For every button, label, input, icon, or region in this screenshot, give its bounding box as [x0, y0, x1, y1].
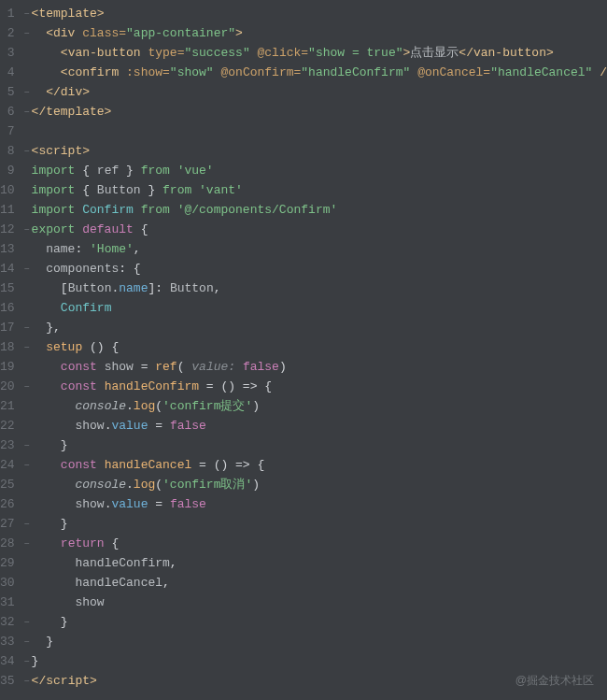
fold-marker[interactable]: − — [22, 455, 32, 475]
fold-marker[interactable]: − — [22, 259, 32, 279]
code-token — [32, 65, 61, 79]
code-token: const — [61, 360, 105, 374]
fold-marker[interactable]: − — [22, 82, 32, 102]
code-token: } — [141, 183, 162, 197]
code-token: 'vant' — [199, 183, 243, 197]
code-token — [32, 556, 76, 570]
line-number: 6 — [0, 102, 15, 121]
code-token: . — [126, 399, 134, 413]
code-token — [32, 399, 76, 413]
code-line[interactable]: <template> — [32, 4, 607, 23]
code-token: ) — [279, 360, 287, 374]
fold-marker — [22, 357, 32, 377]
fold-marker[interactable]: − — [22, 632, 32, 651]
fold-marker[interactable]: − — [22, 4, 32, 23]
line-number: 22 — [0, 416, 15, 436]
fold-marker[interactable]: − — [22, 514, 32, 534]
code-token: <script> — [32, 144, 90, 158]
code-line[interactable]: } — [32, 632, 607, 651]
code-token: ) — [252, 399, 260, 413]
code-line[interactable]: }, — [32, 318, 607, 337]
code-token: ]: — [148, 281, 169, 295]
code-token: log — [134, 478, 155, 492]
line-number: 4 — [0, 63, 15, 82]
fold-marker[interactable]: − — [22, 141, 32, 161]
code-line[interactable]: } — [32, 651, 607, 671]
code-line[interactable]: name: 'Home', — [32, 239, 607, 259]
code-line[interactable]: <van-button type="success" @click="show … — [32, 43, 607, 63]
code-line[interactable]: show — [32, 593, 607, 612]
code-token: = — [141, 360, 156, 374]
code-token: 点击显示 — [410, 46, 459, 60]
code-line[interactable]: </div> — [32, 82, 607, 102]
fold-marker[interactable]: − — [22, 612, 32, 632]
code-line[interactable]: const show = ref( value: false) — [32, 357, 607, 377]
fold-marker[interactable]: − — [22, 651, 32, 671]
code-line[interactable]: <div class="app-container"> — [32, 23, 607, 43]
code-token: { — [82, 164, 97, 178]
line-number: 27 — [0, 514, 15, 534]
fold-marker — [22, 593, 32, 612]
code-line[interactable]: } — [32, 436, 607, 455]
code-area[interactable]: <template> <div class="app-container"> <… — [32, 4, 607, 691]
fold-marker[interactable]: − — [22, 377, 32, 396]
code-line[interactable]: setup () { — [32, 337, 607, 357]
code-line[interactable]: </template> — [32, 102, 607, 121]
code-line[interactable]: show.value = false — [32, 416, 607, 436]
code-token: import — [32, 203, 83, 217]
fold-marker[interactable]: − — [22, 534, 32, 553]
code-token: , — [162, 576, 170, 590]
fold-marker[interactable]: − — [22, 23, 32, 43]
code-line[interactable]: show.value = false — [32, 494, 607, 514]
code-token: const — [61, 458, 105, 472]
code-token: log — [134, 399, 155, 413]
fold-marker[interactable]: − — [22, 102, 32, 121]
line-number: 34 — [0, 651, 15, 671]
line-number: 29 — [0, 553, 15, 573]
fold-marker — [22, 180, 32, 200]
code-token: from — [162, 183, 199, 197]
code-line[interactable]: <script> — [32, 141, 607, 161]
code-line[interactable]: const handleConfirm = () => { — [32, 377, 607, 396]
code-token: ) — [252, 478, 260, 492]
code-line[interactable]: return { — [32, 534, 607, 553]
fold-marker — [22, 298, 32, 318]
fold-marker[interactable]: − — [22, 436, 32, 455]
code-line[interactable]: handleConfirm, — [32, 553, 607, 573]
code-line[interactable]: } — [32, 612, 607, 632]
code-line[interactable]: export default { — [32, 220, 607, 239]
code-token: show — [75, 419, 104, 433]
code-line[interactable] — [32, 121, 607, 141]
line-number: 1 — [0, 4, 15, 23]
code-line[interactable]: } — [32, 514, 607, 534]
code-line[interactable]: Confirm — [32, 298, 607, 318]
code-line[interactable]: [Button.name]: Button, — [32, 279, 607, 298]
code-line[interactable]: handleCancel, — [32, 573, 607, 593]
fold-marker — [22, 416, 32, 436]
code-token: ( — [155, 478, 162, 492]
code-token: :show= — [126, 65, 170, 79]
code-token — [32, 360, 61, 374]
code-line[interactable]: import Confirm from '@/components/Confir… — [32, 200, 607, 220]
fold-marker[interactable]: − — [22, 671, 32, 691]
code-line[interactable]: console.log('confirm取消') — [32, 475, 607, 494]
code-editor[interactable]: 1234567891011121314151617181920212223242… — [0, 0, 607, 691]
code-token: > — [235, 26, 243, 40]
code-token — [32, 478, 76, 492]
code-line[interactable]: const handleCancel = () => { — [32, 455, 607, 475]
fold-marker[interactable]: − — [22, 337, 32, 357]
code-line[interactable]: console.log('confirm提交') — [32, 396, 607, 416]
code-token: handleConfirm — [75, 556, 169, 570]
fold-marker[interactable]: − — [22, 220, 32, 239]
code-line[interactable]: <confirm :show="show" @onConfirm="handle… — [32, 63, 607, 82]
line-number: 9 — [0, 161, 15, 180]
code-line[interactable]: import { ref } from 'vue' — [32, 161, 607, 180]
fold-marker[interactable]: − — [22, 318, 32, 337]
code-line[interactable]: components: { — [32, 259, 607, 279]
code-line[interactable]: import { Button } from 'vant' — [32, 180, 607, 200]
code-token — [32, 242, 47, 256]
code-token: } — [32, 635, 53, 649]
code-token: ( — [177, 360, 192, 374]
code-token: } — [32, 517, 68, 531]
code-token: Button — [68, 281, 112, 295]
